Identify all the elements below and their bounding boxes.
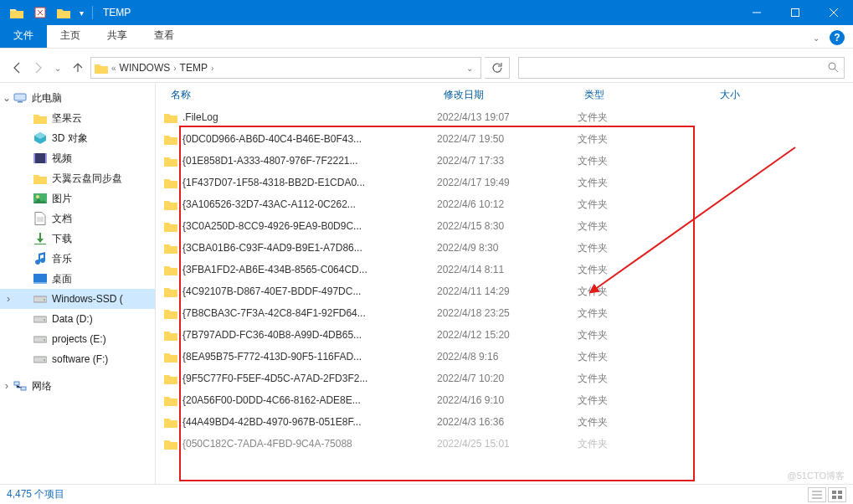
ribbon-collapse-icon[interactable]: ⌄ (806, 28, 826, 48)
table-row[interactable]: {7B8CBA3C-7F3A-42C8-84F1-92FD64...2022/4… (164, 302, 853, 324)
sidebar-item[interactable]: projects (E:) (0, 329, 155, 349)
file-date: 2022/4/7 10:20 (437, 373, 578, 384)
table-row[interactable]: {20A56F00-D0DD-4C66-8162-ADE8E...2022/4/… (164, 389, 853, 411)
properties-icon[interactable] (28, 0, 52, 25)
table-row[interactable]: {050C182C-7ADA-4FBD-9C4A-750882022/4/25 … (164, 433, 853, 455)
sidebar-item[interactable]: 文档 (0, 208, 155, 229)
file-name: {3A106526-32D7-43AC-A112-0C262... (182, 198, 356, 210)
file-name: {0DC0D966-AB6D-40C4-B46E-B0F43... (182, 133, 362, 145)
folder-icon (164, 132, 177, 146)
sidebar-item[interactable]: 坚果云 (0, 108, 155, 128)
file-name: {3CBA01B6-C93F-4AD9-B9E1-A7D86... (182, 242, 362, 254)
folder-icon (164, 241, 177, 255)
document-icon (33, 212, 47, 225)
column-type[interactable]: 类型 (578, 88, 713, 102)
sidebar-item[interactable]: 3D 对象 (0, 128, 155, 148)
details-view-button[interactable] (808, 487, 826, 502)
table-row[interactable]: {7B797ADD-FC36-40B8-A99D-4DB65...2022/4/… (164, 324, 853, 346)
watermark: @51CTO博客 (788, 470, 845, 482)
back-button[interactable] (8, 59, 27, 77)
file-type: 文件夹 (578, 285, 713, 299)
file-type: 文件夹 (578, 198, 713, 212)
svg-rect-6 (33, 153, 35, 163)
folder-icon (164, 176, 177, 189)
recent-locations-icon[interactable]: ⌄ (49, 59, 67, 77)
file-type: 文件夹 (578, 263, 713, 277)
sidebar-item[interactable]: 天翼云盘同步盘 (0, 168, 155, 188)
table-row[interactable]: {0DC0D966-AB6D-40C4-B46E-B0F43...2022/4/… (164, 128, 853, 150)
chevron-down-icon[interactable]: ⌄ (2, 92, 12, 104)
sidebar-item[interactable]: 音乐 (0, 249, 155, 269)
chevron-right-icon[interactable]: › (2, 380, 12, 392)
column-size[interactable]: 大小 (713, 88, 797, 102)
explorer-window: ▾ TEMP 文件 主页 共享 查看 ⌄ ? (0, 0, 853, 504)
qat-customize-icon[interactable]: ▾ (75, 0, 87, 25)
table-row[interactable]: {9F5C77F0-F5EF-4D5C-A7AD-2FD3F2...2022/4… (164, 368, 853, 389)
chevron-right-icon[interactable]: › (3, 293, 13, 305)
svg-point-16 (44, 319, 45, 321)
address-box[interactable]: « WINDOWS› TEMP› ⌄ (90, 57, 481, 79)
svg-rect-1 (792, 9, 799, 17)
sidebar-item[interactable]: 桌面 (0, 269, 155, 289)
this-pc-icon (13, 91, 27, 105)
table-row[interactable]: {1F437D07-1F58-4318-BB2D-E1CDA0...2022/4… (164, 172, 853, 193)
sidebar-item-label: 3D 对象 (52, 131, 88, 146)
file-name: {44A49BD4-42BD-4970-967B-051E8F... (182, 416, 361, 428)
tab-share[interactable]: 共享 (94, 23, 141, 48)
up-button[interactable] (69, 59, 87, 77)
close-button[interactable] (814, 0, 853, 25)
table-row[interactable]: {3FBA1FD2-AB6E-434B-8565-C064CD...2022/4… (164, 259, 853, 280)
sidebar-item-label: software (F:) (52, 353, 108, 365)
tab-home[interactable]: 主页 (47, 23, 94, 48)
table-row[interactable]: {4C92107B-D867-40E7-BDDF-497DC...2022/4/… (164, 280, 853, 302)
table-row[interactable]: {44A49BD4-42BD-4970-967B-051E8F...2022/4… (164, 411, 853, 433)
sidebar-item[interactable]: 图片 (0, 188, 155, 208)
column-date[interactable]: 修改日期 (437, 88, 578, 102)
sidebar-item[interactable]: Data (D:) (0, 309, 155, 329)
network-icon (13, 379, 27, 393)
svg-rect-10 (34, 244, 46, 244)
table-row[interactable]: {8EA95B75-F772-413D-90F5-116FAD...2022/4… (164, 346, 853, 368)
search-input[interactable] (518, 57, 845, 79)
svg-rect-21 (14, 382, 19, 385)
file-date: 2022/4/13 19:07 (437, 111, 578, 123)
table-row[interactable]: {3A106526-32D7-43AC-A112-0C262...2022/4/… (164, 193, 853, 215)
file-type: 文件夹 (578, 111, 713, 125)
file-date: 2022/4/12 15:20 (437, 329, 578, 341)
minimize-button[interactable] (737, 0, 776, 25)
forward-button[interactable] (28, 59, 47, 77)
icons-view-button[interactable] (828, 487, 846, 502)
file-date: 2022/4/3 16:36 (437, 416, 578, 428)
music-icon (33, 252, 47, 265)
sidebar-item[interactable]: 下载 (0, 229, 155, 249)
refresh-button[interactable] (485, 57, 510, 79)
file-date: 2022/4/25 15:01 (437, 438, 578, 450)
folder-icon (164, 154, 177, 167)
tab-view[interactable]: 查看 (141, 23, 188, 48)
table-row[interactable]: .FileLog2022/4/13 19:07文件夹 (164, 106, 853, 128)
file-date: 2022/4/8 9:16 (437, 351, 578, 363)
status-bar: 4,475 个项目 (0, 484, 853, 504)
sidebar-item[interactable]: ›Windows-SSD ( (0, 289, 155, 309)
sidebar-item-label: projects (E:) (52, 333, 106, 345)
item-count: 4,475 个项目 (7, 487, 64, 501)
title-bar: ▾ TEMP (0, 0, 853, 25)
new-folder-icon[interactable] (52, 0, 75, 25)
tree-this-pc[interactable]: ⌄ 此电脑 (0, 88, 155, 108)
table-row[interactable]: {3C0A250D-8CC9-4926-9EA9-B0D9C...2022/4/… (164, 215, 853, 237)
column-headers: 名称 修改日期 类型 大小 (156, 83, 853, 106)
sidebar-item[interactable]: 视频 (0, 148, 155, 168)
table-row[interactable]: {3CBA01B6-C93F-4AD9-B9E1-A7D86...2022/4/… (164, 237, 853, 259)
tab-file[interactable]: 文件 (0, 23, 47, 48)
table-row[interactable]: {01E858D1-A333-4807-976F-7F2221...2022/4… (164, 150, 853, 172)
file-date: 2022/4/7 17:33 (437, 155, 578, 167)
address-dropdown-icon[interactable]: ⌄ (459, 58, 480, 78)
file-list: 名称 修改日期 类型 大小 .FileLog2022/4/13 19:07文件夹… (156, 83, 853, 484)
tree-network[interactable]: › 网络 (0, 376, 155, 396)
column-name[interactable]: 名称 (164, 88, 437, 102)
sidebar-item-label: 下载 (52, 232, 72, 246)
folder-icon (164, 393, 177, 407)
maximize-button[interactable] (776, 0, 814, 25)
sidebar-item[interactable]: software (F:) (0, 349, 155, 369)
help-icon[interactable]: ? (830, 30, 845, 45)
